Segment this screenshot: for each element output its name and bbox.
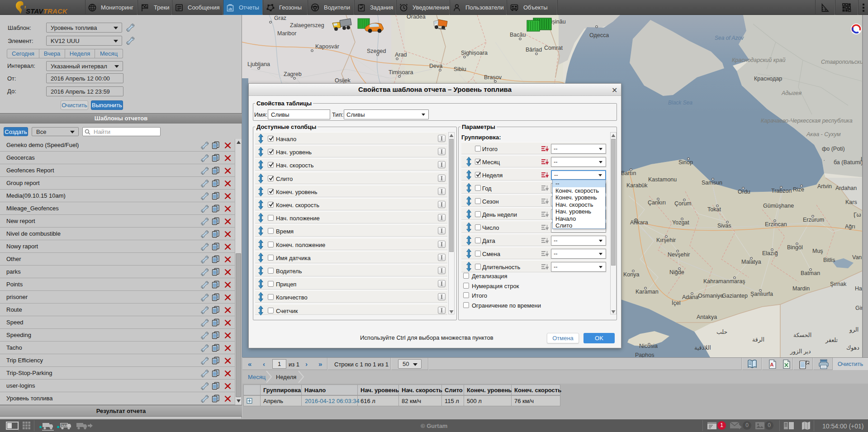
svg-text:Osijek: Osijek <box>335 77 351 84</box>
svg-text:اللاذقية: اللاذقية <box>694 345 711 351</box>
svg-text:Ljubljana: Ljubljana <box>247 61 270 67</box>
svg-text:Ставропольски: Ставропольски <box>821 59 863 65</box>
svg-text:الحسكة: الحسكة <box>793 332 811 338</box>
svg-text:Maribor: Maribor <box>277 30 296 37</box>
svg-text:Trabzon: Trabzon <box>771 188 792 194</box>
svg-text:ба (Batumi): ба (Batumi) <box>834 159 863 166</box>
svg-text:Gümüşhane: Gümüşhane <box>763 203 794 209</box>
svg-text:Çorum: Çorum <box>674 200 692 207</box>
svg-text:تلعفر: تلعفر <box>825 337 838 344</box>
svg-text:Kahramanmaraş: Kahramanmaraş <box>703 278 745 285</box>
svg-text:Black Sea: Black Sea <box>668 100 693 106</box>
svg-text:Çankırı: Çankırı <box>648 199 666 206</box>
svg-text:Mardin: Mardin <box>792 285 810 292</box>
svg-text:Comrat: Comrat <box>544 45 563 51</box>
svg-text:Rize: Rize <box>793 186 804 193</box>
svg-text:Deva: Deva <box>429 63 442 69</box>
svg-text:Краснодарский край: Краснодарский край <box>732 57 785 63</box>
svg-text:Karaman: Karaman <box>636 289 659 295</box>
svg-text:Bingöl: Bingöl <box>787 244 803 251</box>
svg-text:Sibiu: Sibiu <box>454 66 466 72</box>
svg-text:Erzurum: Erzurum <box>803 217 824 223</box>
svg-text:Oradea: Oradea <box>407 15 426 20</box>
svg-text:Arad: Arad <box>395 52 407 58</box>
svg-text:Osmaniye: Osmaniye <box>698 293 723 299</box>
svg-text:Zagreb: Zagreb <box>284 71 302 77</box>
svg-text:Elazığ: Elazığ <box>762 250 778 256</box>
svg-text:Kars: Kars <box>845 199 857 205</box>
svg-text:Ankara: Ankara <box>630 219 648 226</box>
svg-text:Gaziantep: Gaziantep <box>722 293 748 299</box>
svg-text:Konya: Konya <box>623 271 639 278</box>
svg-text:Kastamonu: Kastamonu <box>648 176 677 183</box>
svg-text:Ardahan: Ardahan <box>835 185 857 191</box>
svg-text:Timișoara: Timișoara <box>389 69 413 76</box>
svg-text:Bacău: Bacău <box>510 32 526 38</box>
svg-text:دير الزور: دير الزور <box>790 348 811 355</box>
svg-text:Malatya: Malatya <box>741 259 761 265</box>
svg-text:Bârlad: Bârlad <box>526 47 542 53</box>
svg-text:Niğde: Niğde <box>669 269 684 275</box>
svg-text:NAME: NAME <box>62 424 71 427</box>
svg-text:Sinop: Sinop <box>678 159 693 166</box>
svg-text:Ӷω: Ӷω <box>854 212 861 218</box>
svg-text:Ağrı: Ağrı <box>845 223 855 230</box>
svg-text:الرو: الرو <box>849 327 859 333</box>
svg-text:Szeged: Szeged <box>367 48 386 54</box>
svg-text:Graz: Graz <box>274 15 286 21</box>
svg-text:Краснодар: Краснодар <box>754 76 782 82</box>
svg-text:Kırşehir: Kırşehir <box>656 237 676 243</box>
svg-text:Карачаево-Черкесская республик: Карачаево-Черкесская республика <box>761 118 853 124</box>
svg-text:Artvin: Artvin <box>817 183 832 190</box>
svg-text:Yozgat: Yozgat <box>672 219 689 226</box>
svg-text:Zalaegerszeg: Zalaegerszeg <box>290 22 324 28</box>
svg-text:Van: Van <box>852 254 862 261</box>
svg-text:Акəа - Сухум: Акəа - Сухум <box>806 131 841 138</box>
svg-text:Одесса: Одесса <box>589 32 609 38</box>
svg-text:A: A <box>770 362 774 367</box>
svg-text:Şırnak: Şırnak <box>830 281 847 287</box>
svg-text:دهوك: دهوك <box>846 345 859 351</box>
svg-text:Tokat: Tokat <box>707 206 721 213</box>
svg-text:Ordu: Ordu <box>738 189 750 195</box>
svg-text:Адыгея: Адыгея <box>781 90 802 96</box>
svg-text:Nevşehir: Nevşehir <box>668 252 690 258</box>
svg-text:Sivas: Sivas <box>717 223 731 229</box>
svg-text:·: · <box>823 157 825 163</box>
svg-text:İçel: İçel <box>672 300 680 306</box>
svg-text:Sea of Azov: Sea of Azov <box>715 35 744 41</box>
svg-text:фо (Poti): фо (Poti) <box>822 146 845 152</box>
svg-text:Kaposvár: Kaposvár <box>315 43 339 50</box>
svg-text:Erzincan: Erzincan <box>765 221 787 228</box>
svg-text:حلب: حلب <box>716 329 727 335</box>
svg-text:Şanlıurfa: Şanlıurfa <box>750 291 773 297</box>
svg-text:Brașov: Brașov <box>484 74 502 81</box>
svg-text:Sighișoara: Sighișoara <box>461 50 488 56</box>
svg-text:Antakya: Antakya <box>697 314 717 320</box>
svg-text:Bitlis: Bitlis <box>823 257 835 263</box>
svg-text:Adana: Adana <box>682 294 698 300</box>
svg-text:Karabük: Karabük <box>626 182 648 189</box>
svg-text:Samsun: Samsun <box>702 180 722 186</box>
svg-text:Muş: Muş <box>812 248 823 254</box>
svg-text:Bartın: Bartın <box>621 170 636 176</box>
svg-text:Batman: Batman <box>801 270 820 276</box>
svg-text:Paphos: Paphos <box>635 352 654 357</box>
svg-text:الرقة: الرقة <box>752 337 764 343</box>
